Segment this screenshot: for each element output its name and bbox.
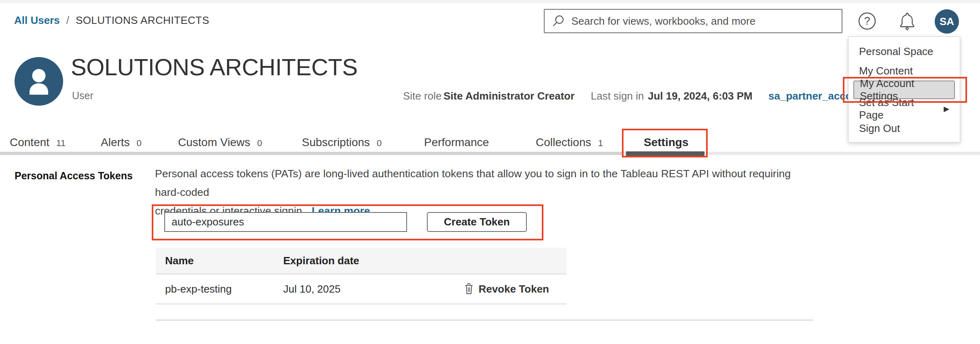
site-role-value: Site Administrator Creator <box>443 90 575 102</box>
search-input[interactable] <box>571 15 842 28</box>
help-button[interactable]: ? <box>857 11 878 32</box>
column-header-name: Name <box>156 255 274 267</box>
menu-item-label: My Content <box>859 65 913 77</box>
page-title: SOLUTIONS ARCHITECTS <box>71 53 358 81</box>
token-table-header: Name Expiration date <box>156 248 566 274</box>
create-token-button[interactable]: Create Token <box>427 212 527 232</box>
column-header-expiration: Expiration date <box>274 255 566 267</box>
breadcrumb: All Users / SOLUTIONS ARCHITECTS <box>14 14 209 27</box>
menu-item-label: Personal Space <box>859 45 933 58</box>
profile-subtitle: User <box>72 90 93 102</box>
person-icon <box>15 57 63 106</box>
table-row: pb-exp-testing Jul 10, 2025 Revoke Token <box>156 274 566 304</box>
tab-count: 1 <box>598 138 603 149</box>
account-menu: Personal Space My Content My Account Set… <box>848 36 960 142</box>
tab-settings[interactable]: Settings <box>644 134 688 154</box>
pat-description-line1: Personal access tokens (PATs) are long-l… <box>155 164 802 202</box>
menu-item-label: Sign Out <box>859 122 900 135</box>
tab-count: 0 <box>137 138 142 149</box>
help-icon: ? <box>857 11 878 31</box>
submenu-arrow-icon: ▶ <box>944 104 949 113</box>
search-icon <box>551 14 565 28</box>
token-table: Name Expiration date pb-exp-testing Jul … <box>156 248 566 304</box>
last-sign-in-value: Jul 19, 2024, 6:03 PM <box>648 90 753 102</box>
tab-label: Performance <box>424 136 489 149</box>
token-expiration-cell: Jul 10, 2025 <box>274 283 464 295</box>
account-avatar-button[interactable]: SA <box>935 9 959 34</box>
breadcrumb-current: SOLUTIONS ARCHITECTS <box>76 14 209 27</box>
search-box[interactable] <box>544 9 842 33</box>
notifications-button[interactable] <box>897 11 918 32</box>
menu-item-sign-out[interactable]: Sign Out <box>848 119 960 138</box>
tab-alerts[interactable]: Alerts 0 <box>101 134 142 154</box>
section-divider <box>156 319 813 321</box>
pat-section-label: Personal Access Tokens <box>15 170 133 182</box>
revoke-token-button[interactable]: Revoke Token <box>464 283 566 295</box>
tab-count: 0 <box>377 138 382 149</box>
selected-tab-underline <box>626 151 704 156</box>
tab-label: Alerts <box>101 136 130 149</box>
tab-count: 0 <box>257 138 262 149</box>
tab-label: Subscriptions <box>302 136 370 149</box>
tab-performance[interactable]: Performance <box>424 134 489 154</box>
token-name-cell: pb-exp-testing <box>156 283 274 295</box>
trash-icon <box>464 283 474 295</box>
tab-track-left <box>0 152 623 155</box>
tab-collections[interactable]: Collections 1 <box>536 134 603 154</box>
username-link[interactable]: sa_partner_accou <box>768 90 859 102</box>
site-role-label: Site role <box>403 90 441 102</box>
tab-label: Content <box>10 136 49 149</box>
tab-label: Custom Views <box>178 136 250 149</box>
svg-text:?: ? <box>864 15 870 27</box>
breadcrumb-separator: / <box>66 14 69 27</box>
avatar-initials: SA <box>940 15 954 28</box>
profile-avatar <box>15 57 63 106</box>
menu-item-personal-space[interactable]: Personal Space <box>848 42 960 61</box>
token-name-input[interactable] <box>164 212 407 232</box>
window-top-strip <box>0 0 980 3</box>
tab-label: Settings <box>644 136 688 149</box>
tab-custom-views[interactable]: Custom Views 0 <box>178 134 262 154</box>
tab-content[interactable]: Content 11 <box>10 134 66 154</box>
tab-label: Collections <box>536 136 591 149</box>
breadcrumb-all-users-link[interactable]: All Users <box>14 14 60 27</box>
menu-item-label: Set as Start Page <box>859 96 936 121</box>
bell-icon <box>897 11 917 32</box>
last-sign-in-label: Last sign in <box>591 90 644 102</box>
tab-count: 11 <box>56 138 66 149</box>
tab-subscriptions[interactable]: Subscriptions 0 <box>302 134 382 154</box>
revoke-token-label: Revoke Token <box>479 283 549 295</box>
